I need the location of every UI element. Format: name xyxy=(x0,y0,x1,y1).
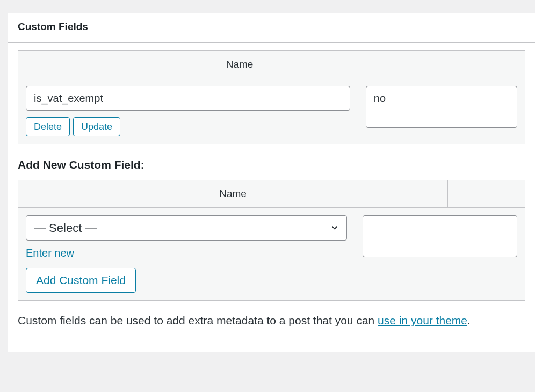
col-name-header: Name xyxy=(18,51,461,78)
col-name-header: Name xyxy=(18,180,448,207)
update-button[interactable]: Update xyxy=(73,117,120,136)
meta-key-select-wrap: — Select — xyxy=(26,215,347,241)
existing-fields-table: Name Value Delete Update no xyxy=(18,50,525,144)
meta-key-select[interactable]: — Select — xyxy=(26,215,347,241)
help-suffix: . xyxy=(467,314,471,326)
metabox-title: Custom Fields xyxy=(18,21,525,33)
table-row: — Select — Enter new Add Custom Field xyxy=(18,207,525,300)
row-actions: Delete Update xyxy=(26,117,350,136)
add-button-row: Add Custom Field xyxy=(26,268,347,293)
meta-key-input[interactable] xyxy=(26,86,350,111)
metabox-body: Name Value Delete Update no Add New Cust… xyxy=(8,43,535,352)
add-custom-field-button[interactable]: Add Custom Field xyxy=(26,268,136,293)
metabox-header: Custom Fields xyxy=(8,13,535,43)
cell-name: Delete Update xyxy=(18,78,358,144)
help-link[interactable]: use in your theme xyxy=(378,314,467,326)
cell-name: — Select — Enter new Add Custom Field xyxy=(18,208,355,300)
add-new-heading: Add New Custom Field: xyxy=(18,158,525,171)
col-value-header: Value xyxy=(448,180,535,207)
enter-new-link[interactable]: Enter new xyxy=(26,247,74,259)
cell-value xyxy=(355,208,525,300)
help-text: Custom fields can be used to add extra m… xyxy=(18,313,525,329)
table-head: Name Value xyxy=(18,180,525,207)
table-head: Name Value xyxy=(18,51,525,78)
custom-fields-metabox: Custom Fields Name Value Delete Update n… xyxy=(8,13,535,352)
delete-button[interactable]: Delete xyxy=(26,117,70,136)
help-prefix: Custom fields can be used to add extra m… xyxy=(18,314,378,326)
meta-value-input[interactable]: no xyxy=(366,86,517,128)
new-meta-value-input[interactable] xyxy=(363,215,517,257)
table-row: Delete Update no xyxy=(18,78,525,144)
col-value-header: Value xyxy=(461,51,535,78)
add-new-table: Name Value — Select — xyxy=(18,180,525,301)
cell-value: no xyxy=(358,78,525,144)
